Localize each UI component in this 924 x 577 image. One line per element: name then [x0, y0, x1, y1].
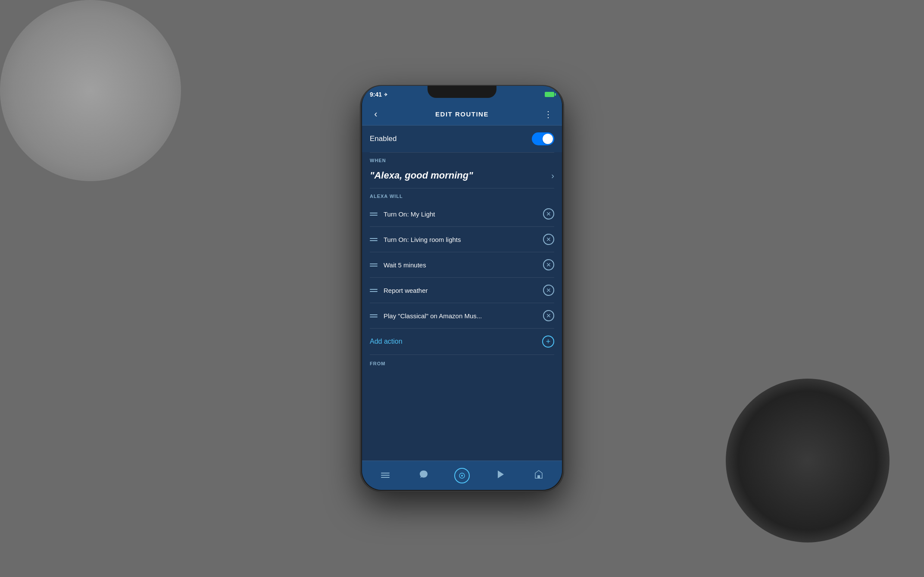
status-time: 9:41 ✈ [370, 91, 387, 98]
drag-line [370, 238, 378, 239]
location-icon: ✈ [384, 92, 387, 97]
action-item-2[interactable]: Turn On: Living room lights ✕ [362, 227, 562, 252]
add-action-text: Add action [370, 338, 403, 345]
chevron-right-icon: › [551, 171, 554, 181]
play-icon [496, 470, 505, 482]
action-item-4[interactable]: Report weather ✕ [362, 278, 562, 303]
enabled-toggle[interactable] [532, 132, 554, 145]
alexa-icon [454, 468, 470, 483]
remove-action-4[interactable]: ✕ [543, 285, 554, 296]
screen: 9:41 ✈ ‹ EDIT ROUTINE ⋮ Enabled [362, 86, 562, 490]
enabled-label: Enabled [370, 135, 396, 143]
home-icon [381, 470, 390, 481]
nav-play[interactable] [489, 464, 512, 487]
trigger-row[interactable]: "Alexa, good morning" › [362, 166, 562, 188]
action-text-2: Turn On: Living room lights [384, 236, 537, 243]
from-section-label: FROM [370, 359, 554, 368]
drag-line [370, 291, 378, 292]
time-display: 9:41 [370, 91, 382, 98]
nav-communicate[interactable] [412, 464, 435, 487]
add-action-button[interactable]: + [542, 336, 554, 348]
action-text-4: Report weather [384, 287, 537, 294]
page-title: EDIT ROUTINE [435, 110, 489, 118]
drag-handle-3[interactable] [370, 263, 378, 267]
drag-line [370, 317, 378, 317]
action-text-1: Turn On: My Light [384, 210, 537, 218]
svg-point-4 [461, 475, 463, 477]
nav-alexa[interactable] [450, 464, 474, 487]
action-item-1[interactable]: Turn On: My Light ✕ [362, 201, 562, 226]
action-text-5: Play "Classical" on Amazon Mus... [384, 312, 537, 320]
action-text-3: Wait 5 minutes [384, 261, 537, 269]
svg-rect-2 [381, 477, 390, 478]
trigger-text: "Alexa, good morning" [370, 170, 473, 181]
screen-content: 9:41 ✈ ‹ EDIT ROUTINE ⋮ Enabled [362, 86, 562, 490]
remove-action-5[interactable]: ✕ [543, 310, 554, 321]
communicate-icon [419, 470, 428, 482]
background-left-object [0, 0, 181, 181]
phone-shell: 9:41 ✈ ‹ EDIT ROUTINE ⋮ Enabled [361, 86, 563, 491]
drag-line [370, 314, 378, 315]
action-item-3[interactable]: Wait 5 minutes ✕ [362, 252, 562, 277]
menu-button[interactable]: ⋮ [541, 109, 555, 119]
drag-line [370, 213, 378, 213]
from-section: FROM [362, 355, 562, 370]
nav-home[interactable] [374, 464, 397, 487]
svg-rect-0 [381, 473, 390, 474]
add-action-row[interactable]: Add action + [362, 329, 562, 354]
when-section-label: WHEN [362, 153, 562, 166]
nav-devices[interactable] [527, 464, 550, 487]
status-icons [545, 92, 554, 97]
drag-line [370, 289, 378, 290]
alexa-will-section-label: ALEXA WILL [362, 188, 562, 201]
main-content: Enabled WHEN "Alexa, good morning" › ALE… [362, 125, 562, 461]
app-header: ‹ EDIT ROUTINE ⋮ [362, 103, 562, 125]
drag-handle-1[interactable] [370, 213, 378, 216]
remove-action-3[interactable]: ✕ [543, 259, 554, 270]
back-button[interactable]: ‹ [369, 109, 383, 120]
drag-line [370, 263, 378, 264]
battery-icon [545, 92, 554, 97]
devices-icon [534, 470, 543, 482]
remove-action-2[interactable]: ✕ [543, 234, 554, 245]
bottom-navigation [362, 461, 562, 490]
svg-rect-5 [537, 475, 540, 478]
drag-line [370, 240, 378, 241]
svg-rect-1 [381, 475, 390, 476]
drag-line [370, 215, 378, 216]
background-right-object [726, 379, 890, 543]
drag-handle-5[interactable] [370, 314, 378, 317]
phone-notch [428, 86, 496, 98]
action-item-5[interactable]: Play "Classical" on Amazon Mus... ✕ [362, 303, 562, 328]
drag-handle-4[interactable] [370, 289, 378, 292]
enabled-row: Enabled [362, 125, 562, 152]
drag-handle-2[interactable] [370, 238, 378, 241]
drag-line [370, 266, 378, 267]
remove-action-1[interactable]: ✕ [543, 208, 554, 220]
